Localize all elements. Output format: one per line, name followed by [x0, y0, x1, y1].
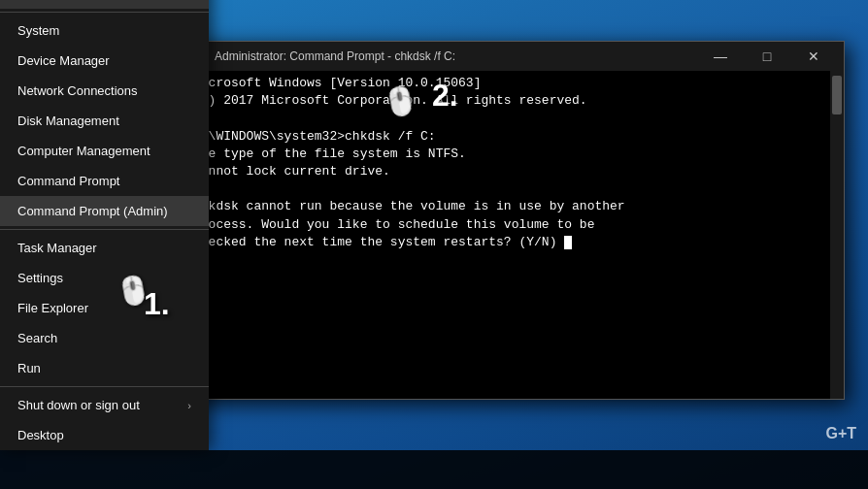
cmd-window-controls: — □ ✕ [698, 42, 836, 71]
cmd-window: Administrator: Command Prompt - chkdsk /… [184, 41, 845, 400]
sidebar-item-desktop[interactable]: Desktop [0, 420, 209, 450]
cmd-line-4: C:\WINDOWS\system32>chkdsk /f C: [193, 128, 836, 146]
scrollbar-thumb [832, 76, 842, 114]
context-menu: Apps and Features Mobility Center Power … [0, 0, 209, 450]
sidebar-item-event-viewer[interactable]: Event Viewer [0, 0, 209, 9]
cursor-blink [564, 236, 572, 249]
chevron-right-icon: › [187, 400, 191, 411]
cmd-line-7 [193, 180, 836, 198]
menu-divider-3 [0, 386, 209, 387]
cmd-titlebar: Administrator: Command Prompt - chkdsk /… [185, 42, 844, 71]
hand-cursor-2: 🖱️ [381, 82, 419, 120]
step-2-label: 2. [432, 78, 458, 114]
step-1-label: 1. [144, 286, 170, 322]
desktop: Apps and Features Mobility Center Power … [0, 0, 868, 489]
titlebar-left: Administrator: Command Prompt - chkdsk /… [193, 49, 455, 64]
sidebar-item-shut-down[interactable]: Shut down or sign out › [0, 390, 209, 420]
menu-divider-1 [0, 12, 209, 13]
sidebar-item-run[interactable]: Run [0, 353, 209, 383]
cmd-scrollbar[interactable] [830, 71, 844, 399]
sidebar-item-system[interactable]: System [0, 16, 209, 46]
sidebar-item-device-manager[interactable]: Device Manager [0, 46, 209, 76]
taskbar [0, 450, 868, 489]
cmd-line-3 [193, 110, 836, 127]
cmd-line-1: Microsoft Windows [Version 10.0.15063] [193, 75, 836, 92]
cmd-line-2: (c) 2017 Microsoft Corporation. All righ… [193, 92, 836, 110]
maximize-button[interactable]: □ [745, 42, 789, 71]
sidebar-item-computer-management[interactable]: Computer Management [0, 136, 209, 166]
sidebar-item-disk-management[interactable]: Disk Management [0, 106, 209, 136]
cmd-line-5: The type of the file system is NTFS. [193, 146, 836, 163]
cmd-line-9: process. Would you like to schedule this… [193, 216, 836, 234]
cmd-line-8: Chkdsk cannot run because the volume is … [193, 198, 836, 215]
sidebar-item-settings[interactable]: Settings [0, 263, 209, 293]
sidebar-item-command-prompt-admin[interactable]: Command Prompt (Admin) [0, 196, 209, 226]
sidebar-item-command-prompt[interactable]: Command Prompt [0, 166, 209, 196]
cmd-line-6: Cannot lock current drive. [193, 163, 836, 180]
sidebar-item-task-manager[interactable]: Task Manager [0, 233, 209, 263]
cmd-body: Microsoft Windows [Version 10.0.15063] (… [185, 71, 844, 399]
sidebar-item-network-connections[interactable]: Network Connections [0, 76, 209, 106]
cmd-line-10: checked the next time the system restart… [193, 234, 836, 251]
menu-divider-2 [0, 229, 209, 230]
minimize-button[interactable]: — [698, 42, 743, 71]
sidebar-item-file-explorer[interactable]: File Explorer [0, 293, 209, 323]
sidebar-item-search[interactable]: Search [0, 323, 209, 353]
close-button[interactable]: ✕ [791, 42, 836, 71]
watermark: G+T [825, 425, 856, 442]
cmd-title: Administrator: Command Prompt - chkdsk /… [215, 49, 455, 63]
